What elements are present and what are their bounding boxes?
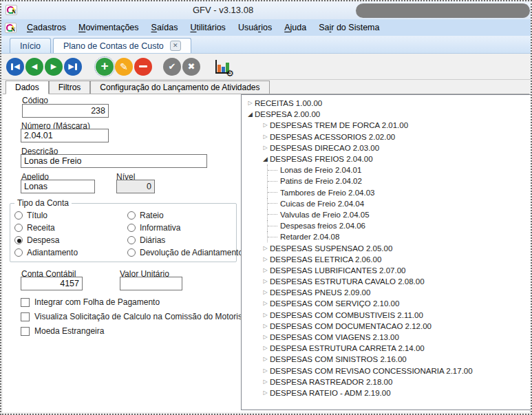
menu-item-usuarios[interactable]: Usuários <box>232 21 278 34</box>
tree-item-label: DESPESA RATEIO - ADM 2.19.00 <box>270 389 391 397</box>
radio-diarias[interactable]: Diárias <box>127 234 243 246</box>
edit-record-button[interactable]: ✎ <box>115 58 133 76</box>
expand-arrow-icon[interactable]: ▷ <box>261 323 270 329</box>
chart-bar <box>222 67 225 72</box>
tree-item[interactable]: ▷DESPESAS COM SINISTROS 2.16.00 <box>244 354 531 365</box>
radio-rateio[interactable]: Rateio <box>127 209 243 222</box>
account-form: Código Número (Máscara) Descrição Apelid… <box>3 94 240 412</box>
tree-item[interactable]: ▷DESPESAS COM VIAGENS 2.13.00 <box>244 332 531 343</box>
expand-arrow-icon[interactable]: ▷ <box>261 357 270 362</box>
tree-item[interactable]: ▷DESPESAS COM DOCUMENTACAO 2.12.00 <box>244 321 531 332</box>
prior-record-button[interactable]: ◀ <box>25 58 43 76</box>
expand-arrow-icon[interactable]: ▷ <box>246 100 255 106</box>
expand-arrow-icon[interactable]: ▷ <box>261 246 270 251</box>
tab-dados[interactable]: Dados <box>6 81 49 94</box>
tree-item[interactable]: ▷DESPESA RASTREADOR 2.18.00 <box>244 376 531 387</box>
tree-item[interactable]: Tambores de Freio 2.04.03 <box>244 187 531 198</box>
close-tab-icon[interactable]: ✕ <box>170 41 181 51</box>
tab-configuracao-lancamento-atividades[interactable]: Configuração do Lançamento de Atividades <box>90 81 269 94</box>
radio-devolucao-de-adiantamento[interactable]: Devolução de Adiantamento <box>127 246 243 259</box>
expand-arrow-icon[interactable]: ▷ <box>261 279 270 284</box>
tree-item[interactable]: ▷DESPESAS COM REVISAO CONCESSIONARIA 2.1… <box>244 365 531 376</box>
chart-settings-button[interactable]: ⚙ <box>214 58 232 76</box>
tree-item[interactable]: ▷DESPESAS DIRECAO 2.03.00 <box>244 142 531 153</box>
checkbox-label: Visualiza Solicitação de Calculo na Comi… <box>34 312 249 321</box>
expand-arrow-icon[interactable]: ▷ <box>261 379 270 385</box>
radio-informativa[interactable]: Informativa <box>127 222 243 234</box>
tree-item[interactable]: ▷DESPESAS ELETRICA 2.06.00 <box>244 254 531 265</box>
tree-item[interactable]: ▷DESPESAS ACESSORIOS 2.02.00 <box>244 131 531 142</box>
tab-filtros[interactable]: Filtros <box>49 81 91 94</box>
expand-arrow-icon[interactable]: ▷ <box>261 290 270 295</box>
tree-item[interactable]: ▷DESPESAS LUBRIFICANTES 2.07.00 <box>244 265 531 276</box>
codigo-input[interactable] <box>22 104 109 118</box>
tree-item[interactable]: ▷RECEITAS 1.00.00 <box>244 98 531 109</box>
menu-item-saidas[interactable]: Saídas <box>145 21 184 34</box>
numero-mascara-input[interactable] <box>21 129 109 142</box>
checkbox-integrar-com-folha-de-pagamento[interactable]: Integrar com Folha de Pagamento <box>21 297 249 307</box>
radio-titulo[interactable]: Título <box>14 209 127 222</box>
menu-item-ajuda[interactable]: Ajuda <box>278 21 312 34</box>
collapse-arrow-icon[interactable]: ◢ <box>261 156 270 162</box>
descricao-input[interactable] <box>21 154 207 168</box>
menu-item-movimentacoes[interactable]: Movimentações <box>72 21 145 34</box>
insert-record-button[interactable]: + <box>96 58 114 76</box>
expand-arrow-icon[interactable]: ▷ <box>261 134 270 140</box>
tree-item-label: DESPESAS LUBRIFICANTES 2.07.00 <box>270 266 406 275</box>
tree-item[interactable]: Lonas de Freio 2.04.01 <box>244 164 531 175</box>
tree-item[interactable]: ▷DESPESA RATEIO - ADM 2.19.00 <box>244 387 531 398</box>
last-record-button[interactable]: ▶ <box>64 58 82 76</box>
tree-item[interactable]: Patins de Freio 2.04.02 <box>244 175 531 187</box>
collapse-arrow-icon[interactable]: ◢ <box>246 111 255 118</box>
menu-item-cadastros[interactable]: Cadastros <box>21 21 72 34</box>
tree-item[interactable]: ▷DESPESAS COM SERVIÇO 2.10.00 <box>244 298 531 309</box>
expand-arrow-icon[interactable]: ▷ <box>261 257 270 262</box>
tree-item-label: DESPESAS FREIOS 2.04.00 <box>270 155 373 163</box>
expand-arrow-icon[interactable]: ▷ <box>261 145 270 151</box>
tree-item[interactable]: Retarder 2.04.08 <box>244 231 531 242</box>
expand-arrow-icon[interactable]: ▷ <box>261 301 270 306</box>
tree-item-label: DESPESAS COM SERVIÇO 2.10.00 <box>270 299 399 308</box>
expand-arrow-icon[interactable]: ▷ <box>261 312 270 318</box>
tree-item[interactable]: ▷DESPESA ESTRUTURA CARRETA 2.14.00 <box>244 343 531 354</box>
checkbox-moeda-estrangeira[interactable]: Moeda Estrangeira <box>21 326 249 336</box>
tree-item[interactable]: ▷DESPESAS COM COMBUSTIVEIS 2.11.00 <box>244 310 531 321</box>
radio-receita[interactable]: Receita <box>14 222 127 234</box>
expand-arrow-icon[interactable]: ▷ <box>261 123 270 128</box>
confirm-button[interactable]: ✔ <box>163 58 181 76</box>
menu-item-utilitarios[interactable]: Utilitários <box>184 21 231 34</box>
doc-tab-plano-de-contas-de-custo[interactable]: Plano de Contas de Custo✕ <box>53 38 191 53</box>
delete-record-button[interactable] <box>134 58 152 76</box>
expand-arrow-icon[interactable]: ▷ <box>261 368 270 374</box>
tipo-da-conta-legend: Tipo da Conta <box>14 198 72 208</box>
expand-arrow-icon[interactable]: ▷ <box>261 268 270 273</box>
expand-arrow-icon[interactable]: ▷ <box>261 334 270 340</box>
radio-circle-icon <box>14 236 23 244</box>
tree-item[interactable]: ▷DESPESAS TREM DE FORCA 2.01.00 <box>244 120 531 131</box>
apelido-input[interactable] <box>21 180 95 193</box>
tree-item[interactable]: ▷DESPESAS ESTRUTURA CAVALO 2.08.00 <box>244 276 531 287</box>
expand-arrow-icon[interactable]: ▷ <box>261 390 270 396</box>
tree-item[interactable]: ◢DESPESAS FREIOS 2.04.00 <box>244 153 531 164</box>
expand-arrow-icon[interactable]: ▷ <box>261 345 270 351</box>
valor-unitario-input[interactable] <box>120 277 182 290</box>
conta-contabil-input[interactable] <box>21 277 83 290</box>
cross-icon: ✖ <box>188 62 195 71</box>
tree-item[interactable]: ▷DESPESAS PNEUS 2.09.00 <box>244 287 531 298</box>
tree-item[interactable]: Despesas freios 2.04.06 <box>244 220 531 231</box>
tree-item[interactable]: ◢DESPESA 2.00.00 <box>244 109 531 120</box>
menu-item-sair-do-sistema[interactable]: Sair do Sistema <box>312 21 385 34</box>
radio-adiantamento[interactable]: Adiantamento <box>14 246 127 259</box>
radio-despesa[interactable]: Despesa <box>14 234 127 246</box>
tree-connector-line <box>268 192 277 193</box>
tree-item[interactable]: Valvulas de Freio 2.04.05 <box>244 209 531 220</box>
checkbox-visualiza-solicitacao-de-calculo-na-comissao-do-motorista[interactable]: Visualiza Solicitação de Calculo na Comi… <box>21 312 249 321</box>
first-record-button[interactable]: ◀ <box>6 58 24 76</box>
app-logo-icon: N <box>5 23 17 33</box>
tree-item[interactable]: Cuicas de Freio 2.04.04 <box>244 198 531 209</box>
tree-item[interactable]: ▷DESPESAS SUSPENSAO 2.05.00 <box>244 242 531 253</box>
cancel-button[interactable]: ✖ <box>182 58 200 76</box>
doc-tab-inicio[interactable]: Início <box>10 38 51 53</box>
plano-de-contas-tree[interactable]: ▷RECEITAS 1.00.00◢DESPESA 2.00.00▷DESPES… <box>241 94 532 410</box>
next-record-button[interactable]: ▶ <box>45 58 63 76</box>
